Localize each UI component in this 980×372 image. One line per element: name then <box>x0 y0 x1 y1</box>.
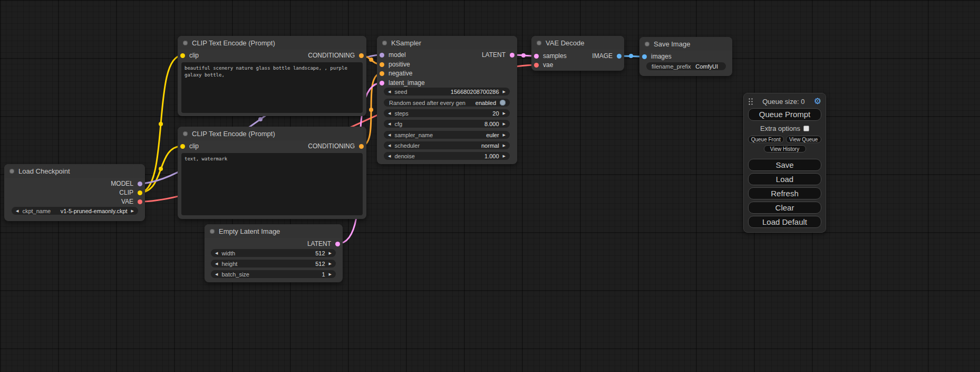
node-load-checkpoint[interactable]: Load Checkpoint MODEL CLIP VAE ◀ ckpt_na… <box>4 164 145 221</box>
clip-output-dot[interactable] <box>138 190 142 195</box>
prompt-text-area[interactable]: text, watermark <box>181 153 363 215</box>
positive-input-dot[interactable] <box>380 62 384 67</box>
widget-decrement-icon[interactable]: ◀ <box>215 262 218 265</box>
widget-decrement-icon[interactable]: ◀ <box>388 133 391 137</box>
widget-decrement-icon[interactable]: ◀ <box>388 90 391 93</box>
widget-decrement-icon[interactable]: ◀ <box>215 272 218 276</box>
widget-increment-icon[interactable]: ▶ <box>503 111 506 115</box>
input-slot-vae: vae <box>531 61 624 69</box>
image-output-dot[interactable] <box>617 54 622 59</box>
toggle-knob-icon[interactable] <box>500 100 506 106</box>
cfg-widget[interactable]: ◀ cfg 8.000 ▶ <box>384 120 510 128</box>
output-label: CLIP <box>119 189 133 196</box>
extra-options-label: Extra options <box>760 125 800 132</box>
collapse-dot-icon[interactable] <box>210 229 215 234</box>
sampler-name-widget[interactable]: ◀ sampler_name euler ▶ <box>384 131 510 139</box>
widget-value: 1 <box>322 271 325 278</box>
refresh-button[interactable]: Refresh <box>748 187 821 199</box>
node-save-image[interactable]: Save Image images filename_prefix ComfyU… <box>639 37 732 76</box>
widget-increment-icon[interactable]: ▶ <box>503 144 506 147</box>
widget-increment-icon[interactable]: ▶ <box>503 154 506 158</box>
widget-increment-icon[interactable]: ▶ <box>503 90 506 93</box>
latent-output-dot[interactable] <box>335 242 340 246</box>
model-input-dot[interactable] <box>380 53 384 58</box>
widget-decrement-icon[interactable]: ◀ <box>388 122 391 126</box>
negative-input-dot[interactable] <box>380 71 384 76</box>
queue-size-text: Queue size: <box>762 98 799 106</box>
denoise-widget[interactable]: ◀ denoise 1.000 ▶ <box>384 152 510 160</box>
save-button[interactable]: Save <box>748 159 821 171</box>
clear-button[interactable]: Clear <box>748 202 821 214</box>
model-output-dot[interactable] <box>138 182 142 186</box>
widget-value: normal <box>481 142 499 149</box>
collapse-dot-icon[interactable] <box>183 131 188 136</box>
input-label: images <box>651 53 672 60</box>
node-clip-text-encode-positive[interactable]: CLIP Text Encode (Prompt) clip CONDITION… <box>178 36 366 116</box>
latent-output-dot[interactable] <box>510 53 515 58</box>
queue-prompt-button[interactable]: Queue Prompt <box>748 108 821 121</box>
node-clip-text-encode-negative[interactable]: CLIP Text Encode (Prompt) clip CONDITION… <box>178 127 366 219</box>
ckpt-name-widget[interactable]: ◀ ckpt_name v1-5-pruned-emaonly.ckpt ▶ <box>12 207 138 215</box>
widget-value: v1-5-pruned-emaonly.ckpt <box>61 208 128 214</box>
node-title: VAE Decode <box>546 39 584 47</box>
node-vae-decode[interactable]: VAE Decode samples IMAGE vae <box>531 36 624 71</box>
node-title-bar: Save Image <box>639 37 732 51</box>
node-ksampler[interactable]: KSampler model LATENT positive negative … <box>377 36 517 164</box>
input-label: model <box>389 51 406 59</box>
input-slot-latent-image: latent_image <box>377 79 517 87</box>
widget-increment-icon[interactable]: ▶ <box>503 122 506 126</box>
samples-input-dot[interactable] <box>534 54 539 59</box>
node-title: KSampler <box>391 39 421 47</box>
node-graph-canvas[interactable]: Load Checkpoint MODEL CLIP VAE ◀ ckpt_na… <box>0 0 980 372</box>
vae-input-dot[interactable] <box>534 63 539 68</box>
random-seed-toggle-widget[interactable]: Random seed after every gen enabled <box>384 99 510 107</box>
seed-widget[interactable]: ◀ seed 156680208700286 ▶ <box>384 88 510 96</box>
view-queue-button[interactable]: View Queue <box>786 136 822 143</box>
width-widget[interactable]: ◀ width 512 ▶ <box>211 249 336 257</box>
extra-options-checkbox[interactable] <box>803 126 809 131</box>
slot-row-model-latent: model LATENT <box>377 51 517 59</box>
widget-decrement-icon[interactable]: ◀ <box>16 209 18 213</box>
output-label: MODEL <box>111 180 133 187</box>
widget-decrement-icon[interactable]: ◀ <box>388 154 391 158</box>
latent-image-input-dot[interactable] <box>380 81 384 85</box>
images-input-dot[interactable] <box>642 54 647 59</box>
prompt-text-area[interactable]: beautiful scenery nature glass bottle la… <box>181 62 363 113</box>
load-button[interactable]: Load <box>748 173 821 185</box>
clip-input-dot[interactable] <box>180 144 185 149</box>
height-widget[interactable]: ◀ height 512 ▶ <box>211 260 336 268</box>
vae-output-dot[interactable] <box>138 199 142 204</box>
widget-increment-icon[interactable]: ▶ <box>329 262 332 265</box>
widget-value: enabled <box>476 100 496 106</box>
steps-widget[interactable]: ◀ steps 20 ▶ <box>384 109 510 117</box>
collapse-dot-icon[interactable] <box>382 41 387 45</box>
load-default-button[interactable]: Load Default <box>748 216 821 228</box>
clip-input-dot[interactable] <box>180 53 185 58</box>
link-midpoint-dot <box>159 122 163 126</box>
collapse-dot-icon[interactable] <box>183 41 188 45</box>
widget-decrement-icon[interactable]: ◀ <box>388 144 391 147</box>
view-history-button[interactable]: View History <box>764 145 806 152</box>
conditioning-output-dot[interactable] <box>359 144 364 149</box>
widget-increment-icon[interactable]: ▶ <box>131 209 134 213</box>
filename-prefix-widget[interactable]: filename_prefix ComfyUI <box>646 62 726 70</box>
link-midpoint-dot <box>369 58 373 62</box>
node-empty-latent-image[interactable]: Empty Latent Image LATENT ◀ width 512 ▶ … <box>205 224 343 282</box>
widget-increment-icon[interactable]: ▶ <box>503 133 506 137</box>
widget-value: ComfyUI <box>695 63 718 70</box>
collapse-dot-icon[interactable] <box>9 169 14 174</box>
input-slot-images: images <box>639 53 732 60</box>
widget-increment-icon[interactable]: ▶ <box>329 272 332 276</box>
scheduler-widget[interactable]: ◀ scheduler normal ▶ <box>384 141 510 149</box>
widget-increment-icon[interactable]: ▶ <box>329 251 332 255</box>
queue-front-button[interactable]: Queue Front <box>748 136 784 143</box>
settings-gear-icon[interactable]: ⚙ <box>814 97 821 106</box>
widget-decrement-icon[interactable]: ◀ <box>215 251 218 255</box>
collapse-dot-icon[interactable] <box>645 42 649 46</box>
drag-handle-icon[interactable] <box>748 98 753 106</box>
conditioning-output-dot[interactable] <box>359 53 364 58</box>
collapse-dot-icon[interactable] <box>537 41 541 45</box>
batch-size-widget[interactable]: ◀ batch_size 1 ▶ <box>211 270 336 278</box>
output-label: CONDITIONING <box>308 142 355 150</box>
widget-decrement-icon[interactable]: ◀ <box>388 111 391 115</box>
